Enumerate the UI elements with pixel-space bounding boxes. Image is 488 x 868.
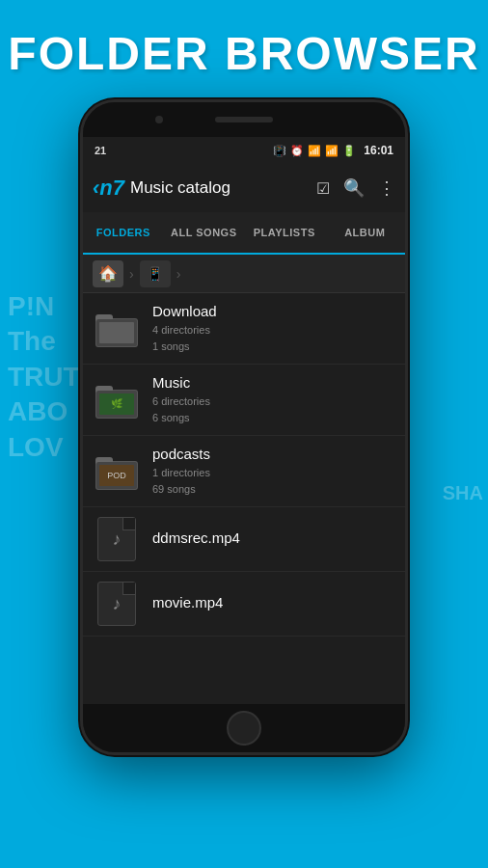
list-item[interactable]: ♪ ddmsrec.mp4	[83, 507, 405, 572]
svg-text:🌿: 🌿	[111, 397, 123, 410]
status-bar: 21 📳 ⏰ 📶 📶 🔋 16:01	[83, 137, 405, 164]
vibrate-icon: 📳	[273, 145, 286, 157]
list-item[interactable]: POD podcasts 1 directories 69 songs	[83, 436, 405, 507]
music-note-icon: ♪	[113, 529, 122, 550]
phone-camera	[155, 116, 163, 123]
phone-speaker	[215, 117, 273, 122]
home-button[interactable]	[227, 711, 261, 746]
more-icon[interactable]: ⋮	[378, 177, 395, 199]
breadcrumb-bar: 🏠 › 📱 ›	[83, 255, 405, 293]
app-logo: ‹n7	[93, 176, 124, 201]
tab-playlists[interactable]: PLAYLISTS	[244, 212, 325, 255]
folder-info-podcasts: podcasts 1 directories 69 songs	[152, 446, 393, 497]
folder-name-download: Download	[152, 303, 393, 319]
file-icon-ddmsrec: ♪	[95, 517, 139, 561]
breadcrumb-end: ›	[176, 266, 181, 282]
folder-info-download: Download 4 directories 1 songs	[152, 303, 393, 354]
app-bar-actions: ☑ 🔍 ⋮	[316, 177, 395, 199]
music-note-icon: ♪	[113, 594, 122, 614]
folder-info-music: Music 6 directories 6 songs	[152, 374, 393, 425]
phone-breadcrumb[interactable]: 📱	[140, 260, 171, 287]
file-name-ddmsrec: ddmsrec.mp4	[152, 529, 393, 546]
folder-meta-podcasts: 1 directories 69 songs	[152, 465, 393, 497]
file-info-ddmsrec: ddmsrec.mp4	[152, 529, 393, 549]
breadcrumb-separator: ›	[129, 266, 134, 282]
list-item[interactable]: ♪ movie.mp4	[83, 572, 405, 637]
folder-name-podcasts: podcasts	[152, 446, 393, 462]
phone-top-bezel	[83, 102, 405, 137]
folder-meta-download: 4 directories 1 songs	[152, 322, 393, 354]
page-title: FOLDER BROWSER	[8, 27, 479, 80]
file-name-movie: movie.mp4	[152, 594, 393, 610]
list-item[interactable]: Download 4 directories 1 songs	[83, 293, 405, 365]
checkmark-icon[interactable]: ☑	[316, 179, 330, 198]
tab-folders[interactable]: FOLDERS	[83, 212, 164, 255]
tab-all-songs[interactable]: ALL SONGS	[164, 212, 245, 255]
status-icons: 📳 ⏰ 📶 📶 🔋 16:01	[273, 144, 393, 157]
signal-icon: 📶	[325, 145, 339, 157]
tab-album[interactable]: ALBUM	[325, 212, 406, 255]
svg-rect-3	[99, 322, 134, 343]
app-title: Music catalog	[126, 178, 316, 198]
folder-name-music: Music	[152, 374, 393, 391]
folder-icon-podcasts: POD	[95, 449, 139, 494]
list-item[interactable]: 🌿 Music 6 directories 6 songs	[83, 365, 405, 436]
search-icon[interactable]: 🔍	[343, 177, 365, 199]
alarm-icon: ⏰	[290, 145, 304, 157]
folder-icon-music: 🌿	[95, 378, 139, 422]
svg-text:POD: POD	[107, 471, 126, 480]
file-list: Download 4 directories 1 songs 🌿	[83, 293, 405, 704]
bg-text-right: SHA	[443, 482, 488, 504]
wifi-icon: 📶	[308, 145, 321, 157]
clock: 16:01	[364, 144, 393, 157]
signal-strength: 21	[95, 145, 106, 156]
battery-icon: 🔋	[342, 145, 356, 157]
phone-bottom-bezel	[83, 704, 405, 752]
tab-bar: FOLDERS ALL SONGS PLAYLISTS ALBUM	[83, 212, 405, 255]
file-icon-movie: ♪	[95, 582, 139, 626]
bg-text-left: P!NTheTRUTABOLOV	[0, 289, 80, 465]
phone-frame: 21 📳 ⏰ 📶 📶 🔋 16:01 ‹n7 Music catalog ☑ 🔍…	[80, 99, 408, 755]
folder-icon-download	[95, 307, 139, 351]
file-info-movie: movie.mp4	[152, 594, 393, 613]
home-breadcrumb[interactable]: 🏠	[93, 260, 123, 287]
app-bar: ‹n7 Music catalog ☑ 🔍 ⋮	[83, 164, 405, 212]
folder-meta-music: 6 directories 6 songs	[152, 393, 393, 425]
